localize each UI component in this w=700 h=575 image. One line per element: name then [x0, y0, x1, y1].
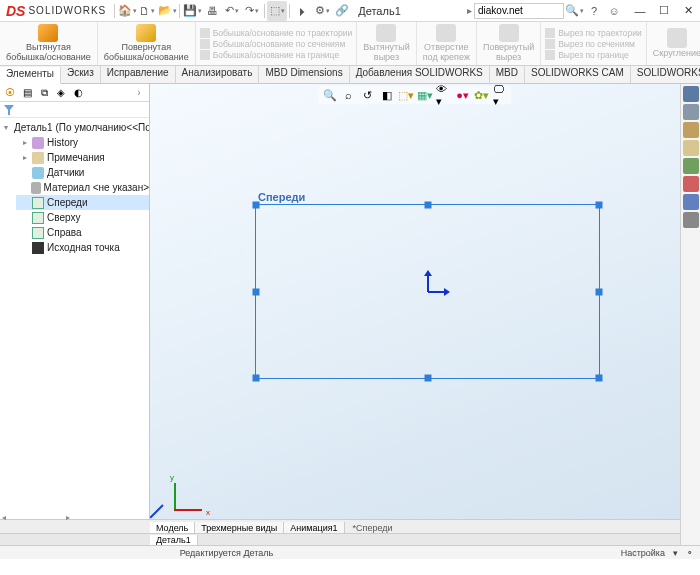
- hide-show-icon[interactable]: 👁▾: [436, 87, 452, 103]
- boundary-cut-button[interactable]: Вырез по границе: [545, 50, 642, 60]
- extruded-cut-button[interactable]: Вытянутый вырез: [357, 22, 417, 65]
- swept-cut-button[interactable]: Вырез по траектории: [545, 28, 642, 38]
- tree-origin[interactable]: Исходная точка: [16, 240, 149, 255]
- new-file-button[interactable]: 🗋: [137, 1, 157, 21]
- view-settings-icon[interactable]: 🖵▾: [493, 87, 509, 103]
- tree-front-plane[interactable]: Спереди: [16, 195, 149, 210]
- display-style-icon[interactable]: ▦▾: [417, 87, 433, 103]
- lofted-boss-button[interactable]: Бобышка/основание по сечениям: [200, 39, 353, 49]
- tab-evaluate[interactable]: Исправление: [101, 66, 176, 83]
- taskpane-view-palette-icon[interactable]: [683, 158, 699, 174]
- tab-features[interactable]: Элементы: [0, 67, 61, 84]
- configuration-manager-tab[interactable]: ⧉: [37, 86, 51, 100]
- search-icon: ▸: [467, 5, 472, 16]
- doc-tab-part1[interactable]: Деталь1: [150, 535, 198, 545]
- status-units-icon[interactable]: ▾: [673, 548, 678, 558]
- handle-bc[interactable]: [424, 375, 431, 382]
- dimxpert-tab[interactable]: ◈: [54, 86, 68, 100]
- rebuild-button[interactable]: ⏵: [292, 1, 312, 21]
- search-box[interactable]: ▸ 🔍: [467, 1, 584, 21]
- taskpane-design-library-icon[interactable]: [683, 122, 699, 138]
- taskpane-custom-props-icon[interactable]: [683, 194, 699, 210]
- taskpane-home-icon[interactable]: [683, 86, 699, 102]
- taskpane-appearances-icon[interactable]: [683, 176, 699, 192]
- title-bar: DS SOLIDWORKS 🏠 🗋 📂 💾 🖶 ↶ ↷ ⬚ ⏵ ⚙ 🔗 Дета…: [0, 0, 700, 22]
- revolved-boss-button[interactable]: Повернутая бобышка/основание: [98, 22, 196, 65]
- property-manager-tab[interactable]: ▤: [20, 86, 34, 100]
- handle-tl[interactable]: [253, 202, 260, 209]
- minimize-button[interactable]: —: [628, 1, 652, 21]
- user-button[interactable]: ☺: [604, 1, 624, 21]
- hole-wizard-button[interactable]: Отверстие под крепеж: [417, 22, 477, 65]
- link-button[interactable]: 🔗: [332, 1, 352, 21]
- handle-br[interactable]: [596, 375, 603, 382]
- view-tab-model[interactable]: Модель: [150, 522, 195, 534]
- section-view-icon[interactable]: ◧: [379, 87, 395, 103]
- open-file-button[interactable]: 📂: [157, 1, 177, 21]
- tree-top-plane[interactable]: Сверху: [16, 210, 149, 225]
- lofted-cut-button[interactable]: Вырез по сечениям: [545, 39, 642, 49]
- home-button[interactable]: 🏠: [117, 1, 137, 21]
- zoom-area-icon[interactable]: ⌕: [341, 87, 357, 103]
- graphics-viewport[interactable]: 🔍 ⌕ ↺ ◧ ⬚▾ ▦▾ 👁▾ ●▾ ✿▾ 🖵▾ Спереди: [150, 84, 680, 545]
- close-button[interactable]: ✕: [676, 1, 700, 21]
- handle-mr[interactable]: [596, 288, 603, 295]
- swept-boss-button[interactable]: Бобышка/основание по траектории: [200, 28, 353, 38]
- redo-button[interactable]: ↷: [242, 1, 262, 21]
- tree-annotations[interactable]: ▸Примечания: [16, 150, 149, 165]
- revolved-cut-button[interactable]: Повернутый вырез: [477, 22, 541, 65]
- tree-right-plane[interactable]: Справа: [16, 225, 149, 240]
- boundary-boss-button[interactable]: Бобышка/основание на границе: [200, 50, 353, 60]
- undo-button[interactable]: ↶: [222, 1, 242, 21]
- maximize-button[interactable]: ☐: [652, 1, 676, 21]
- save-button[interactable]: 💾: [182, 1, 202, 21]
- status-overflow-icon[interactable]: ⚬: [686, 548, 694, 558]
- revolved-cut-icon: [499, 24, 519, 42]
- view-tab-animation[interactable]: Анимация1: [284, 522, 344, 534]
- tree-filter[interactable]: [0, 102, 149, 118]
- taskpane-resources-icon[interactable]: [683, 104, 699, 120]
- tab-sw-cam[interactable]: SOLIDWORKS CAM: [525, 66, 631, 83]
- help-button[interactable]: ?: [584, 1, 604, 21]
- zoom-fit-icon[interactable]: 🔍: [322, 87, 338, 103]
- display-manager-tab[interactable]: ◐: [71, 86, 85, 100]
- select-button[interactable]: ⬚: [267, 1, 287, 21]
- previous-view-icon[interactable]: ↺: [360, 87, 376, 103]
- handle-ml[interactable]: [253, 288, 260, 295]
- tab-mbd[interactable]: MBD: [490, 66, 525, 83]
- options-button[interactable]: ⚙: [312, 1, 332, 21]
- taskpane-file-explorer-icon[interactable]: [683, 140, 699, 156]
- view-orientation-icon[interactable]: ⬚▾: [398, 87, 414, 103]
- view-triad: y x: [168, 477, 208, 517]
- fillet-button[interactable]: Скругление: [647, 22, 700, 65]
- view-tab-3dviews[interactable]: Трехмерные виды: [195, 522, 284, 534]
- tab-analyze[interactable]: Анализировать: [176, 66, 260, 83]
- extruded-boss-button[interactable]: Вытянутая бобышка/основание: [0, 22, 98, 65]
- logo-ds: DS: [6, 3, 25, 19]
- active-sketch-label: *Спереди: [353, 523, 393, 533]
- search-input[interactable]: [474, 3, 564, 19]
- print-button[interactable]: 🖶: [202, 1, 222, 21]
- status-customize[interactable]: Настройка: [621, 548, 665, 558]
- edit-appearance-icon[interactable]: ●▾: [455, 87, 471, 103]
- tree-material[interactable]: Материал <не указан>: [16, 180, 149, 195]
- cut-extra-group: Вырез по траектории Вырез по сечениям Вы…: [541, 22, 647, 65]
- tab-sw-cam-tbm[interactable]: SOLIDWORKS CAM TBM: [631, 66, 700, 83]
- tab-sw-addins[interactable]: Добавления SOLIDWORKS: [350, 66, 490, 83]
- tree-root-part[interactable]: ▾Деталь1 (По умолчанию<<По умолч: [0, 120, 149, 135]
- boss-extra-group: Бобышка/основание по траектории Бобышка/…: [196, 22, 358, 65]
- tree-sensors[interactable]: Датчики: [16, 165, 149, 180]
- ribbon: Вытянутая бобышка/основание Повернутая б…: [0, 22, 700, 66]
- taskpane-forum-icon[interactable]: [683, 212, 699, 228]
- handle-tr[interactable]: [596, 202, 603, 209]
- feature-manager-tab[interactable]: ⦿: [3, 86, 17, 100]
- handle-tc[interactable]: [424, 202, 431, 209]
- manager-overflow[interactable]: ›: [132, 86, 146, 100]
- apply-scene-icon[interactable]: ✿▾: [474, 87, 490, 103]
- logo-solidworks: SOLIDWORKS: [28, 5, 106, 16]
- handle-bl[interactable]: [253, 375, 260, 382]
- tree-history[interactable]: ▸History: [16, 135, 149, 150]
- search-scope-button[interactable]: 🔍: [564, 1, 584, 21]
- tab-mbd-dim[interactable]: MBD Dimensions: [259, 66, 349, 83]
- tab-sketch[interactable]: Эскиз: [61, 66, 101, 83]
